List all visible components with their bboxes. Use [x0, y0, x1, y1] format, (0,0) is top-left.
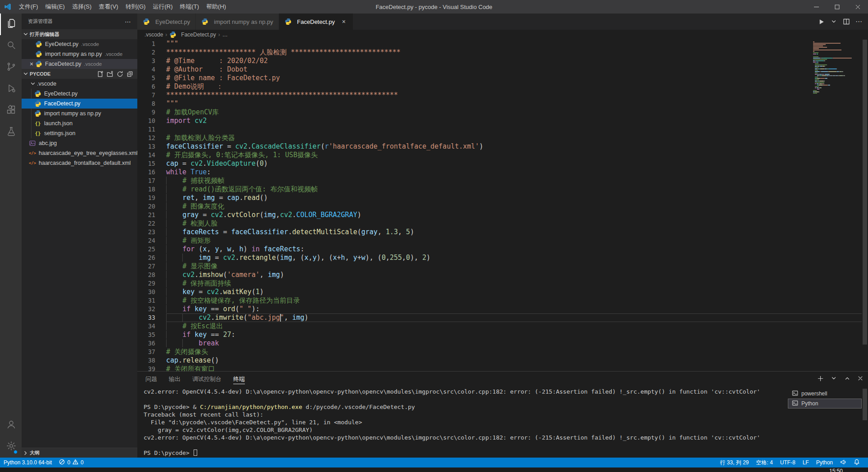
menu-item-3[interactable]: 查看(V)	[95, 0, 122, 14]
status-python-version[interactable]: Python 3.10.0 64-bit	[0, 458, 55, 467]
more-actions-icon[interactable]: ⋯	[855, 18, 863, 26]
code-token: # @Author : Dobot	[166, 65, 248, 73]
editor-tab[interactable]: FaceDetect.py×	[279, 14, 353, 30]
sidebar-more-actions-icon[interactable]: ⋯	[125, 18, 131, 25]
code-token: ,	[284, 313, 292, 322]
activity-search[interactable]	[0, 35, 22, 57]
minimap-token	[813, 85, 817, 86]
menu-item-2[interactable]: 选择(S)	[68, 0, 95, 14]
code-editor[interactable]: 1"""2********************** 人脸检测 *******…	[137, 40, 868, 371]
minimap-token	[813, 54, 816, 54]
status-notifications[interactable]	[850, 458, 863, 467]
refresh-icon[interactable]	[116, 70, 124, 78]
code-token: ********************** 人脸检测 ************…	[166, 48, 401, 56]
tree-item[interactable]: .vscode	[22, 79, 137, 89]
close-window-button[interactable]	[847, 0, 868, 14]
minimap[interactable]	[811, 41, 862, 95]
editor-scrollbar[interactable]	[862, 40, 868, 371]
tree-item[interactable]: {}launch.json	[22, 118, 137, 128]
menu-item-5[interactable]: 运行(R)	[149, 0, 176, 14]
open-editors-header[interactable]: 打开的编辑器	[22, 29, 137, 39]
activity-extensions[interactable]	[0, 100, 22, 122]
indent-guide	[166, 271, 182, 279]
menu-item-1[interactable]: 编辑(E)	[42, 0, 68, 14]
scrollbar-thumb[interactable]	[863, 40, 867, 345]
maximize-panel-icon[interactable]	[844, 375, 851, 384]
tree-item[interactable]: import numpy as np.py	[22, 109, 137, 118]
new-folder-icon[interactable]	[106, 70, 114, 78]
minimize-button[interactable]	[806, 0, 827, 14]
status-language-mode[interactable]: Python	[813, 458, 836, 467]
menu-item-0[interactable]: 文件(F)	[15, 0, 42, 14]
project-actions	[96, 70, 137, 78]
activity-source-control[interactable]	[0, 57, 22, 78]
sidebar-title: 资源管理器	[28, 18, 53, 25]
code-view: 1"""2********************** 人脸检测 *******…	[137, 40, 862, 371]
terminal-instance-python[interactable]: Python	[788, 399, 862, 408]
split-editor-icon[interactable]	[843, 18, 850, 25]
terminal-text: PS D:\pycode>	[144, 449, 193, 456]
terminal-picker-icon[interactable]	[830, 375, 837, 384]
minimap-token	[820, 78, 824, 79]
breadcrumb-item[interactable]: FaceDetect.py	[169, 31, 216, 38]
panel-tab[interactable]: 问题	[145, 372, 157, 387]
status-indentation[interactable]: 空格: 4	[752, 458, 776, 467]
minimap-line	[813, 59, 860, 60]
close-tab-icon[interactable]: ×	[340, 18, 348, 25]
tree-item[interactable]: FaceDetect.py	[22, 99, 137, 109]
close-editor-icon[interactable]: ×	[28, 59, 35, 69]
status-problems[interactable]: 00	[55, 458, 87, 467]
collapse-all-icon[interactable]	[126, 70, 134, 78]
close-panel-icon[interactable]	[857, 375, 863, 383]
tree-item[interactable]: </>haarcascade_eye_tree_eyeglasses.xml	[22, 148, 137, 158]
open-editor-item[interactable]: ×FaceDetect.py.vscode	[22, 59, 137, 69]
tree-item[interactable]: </>haarcascade_frontalface_default.xml	[22, 158, 137, 168]
terminal-scrollbar-thumb[interactable]	[863, 389, 867, 420]
breadcrumb-label: .vscode	[145, 32, 163, 38]
run-python-file-icon[interactable]	[818, 18, 825, 25]
code-token: # @Time : 2020/02/02	[166, 57, 268, 65]
minimap-token	[818, 60, 824, 61]
line-number: 34	[137, 322, 166, 331]
code-line: 30 key = cv2.waitKey(1)	[137, 288, 862, 296]
activity-explorer[interactable]	[0, 14, 22, 35]
menu-item-7[interactable]: 帮助(H)	[203, 0, 230, 14]
new-file-icon[interactable]	[96, 70, 104, 78]
open-editor-item[interactable]: EyeDetect.py.vscode	[22, 39, 137, 49]
sidebar-header: 资源管理器 ⋯	[22, 14, 137, 29]
maximize-button[interactable]	[827, 0, 847, 14]
tree-item[interactable]: {}settings.json	[22, 128, 137, 138]
breadcrumb-item[interactable]: …	[222, 32, 228, 38]
panel-tab[interactable]: 终端	[233, 372, 245, 387]
new-terminal-icon[interactable]	[817, 375, 824, 384]
panel-tab[interactable]: 输出	[169, 372, 181, 387]
activity-run-debug[interactable]	[0, 78, 22, 100]
menu-item-6[interactable]: 终端(T)	[176, 0, 203, 14]
activity-testing[interactable]	[0, 122, 22, 143]
status-encoding[interactable]: UTF-8	[777, 458, 799, 467]
project-header[interactable]: PYCODE	[22, 69, 137, 79]
status-cursor-position[interactable]: 行 33, 列 29	[716, 458, 752, 467]
status-feedback[interactable]	[836, 458, 850, 467]
activity-settings[interactable]	[0, 436, 22, 458]
code-line: 20 # 图像灰度化	[137, 202, 862, 211]
status-eol[interactable]: LF	[799, 458, 813, 467]
code-line: 19 ret, img = cap.read()	[137, 194, 862, 202]
terminal[interactable]: cv2.error: OpenCV(4.5.4-dev) D:\a\opencv…	[137, 387, 788, 458]
terminal-text: Traceback (most recent call last):	[144, 411, 263, 418]
breadcrumb-item[interactable]: .vscode	[145, 32, 163, 38]
outline-header[interactable]: 大纲	[22, 448, 137, 458]
run-dropdown-icon[interactable]	[830, 18, 837, 25]
editor-tab[interactable]: import numpy as np.py	[196, 14, 279, 30]
terminal-instance-powershell[interactable]: powershell	[788, 389, 862, 399]
code-token: ), (	[316, 254, 333, 262]
editor-tab[interactable]: EyeDetect.py	[137, 14, 196, 30]
panel-tab[interactable]: 调试控制台	[192, 372, 222, 387]
open-editor-item[interactable]: import numpy as np.py.vscode	[22, 49, 137, 59]
code-token: 1.3	[386, 228, 398, 236]
tree-item[interactable]: abc.jpg	[22, 138, 137, 148]
minimap-token	[813, 50, 841, 50]
tree-item[interactable]: EyeDetect.py	[22, 89, 137, 99]
activity-account[interactable]	[0, 414, 22, 436]
menu-item-4[interactable]: 转到(G)	[122, 0, 149, 14]
